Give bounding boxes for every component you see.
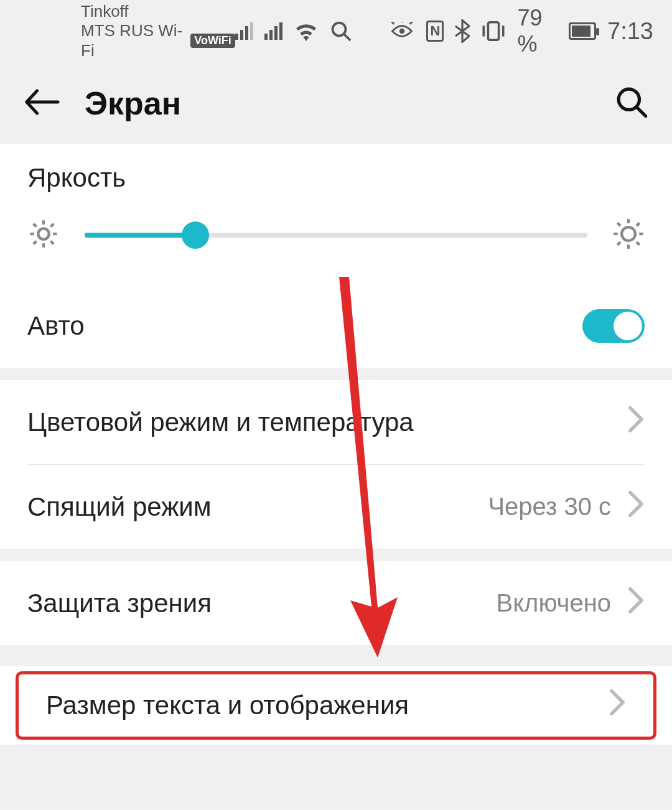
text-size-section: Размер текста и отображения [0,666,672,745]
eye-protection-row[interactable]: Защита зрения Включено [0,561,672,645]
svg-point-11 [38,228,49,239]
brightness-slider-thumb[interactable] [182,221,209,249]
back-arrow-icon [25,88,60,116]
chevron-right-icon [609,689,626,722]
brightness-label: Яркость [27,163,126,192]
battery-icon [569,22,596,40]
color-mode-row[interactable]: Цветовой режим и температура [0,380,672,464]
app-bar: Экран [0,62,672,144]
color-mode-label: Цветовой режим и температура [27,407,414,437]
status-icons: N 79 % 7:13 [235,5,653,57]
brightness-section: Яркость Авто [0,144,672,368]
svg-line-28 [637,223,640,226]
svg-line-25 [617,223,620,226]
svg-line-26 [637,242,640,245]
search-status-icon [330,20,352,42]
svg-line-19 [50,224,54,227]
svg-point-0 [332,23,345,36]
eye-comfort-icon [389,22,415,40]
brightness-slider-row [0,193,672,284]
svg-line-1 [343,34,350,41]
carrier-2-label: MTS RUS Wi-Fi VoWiFi [81,21,235,60]
eye-protection-section: Защита зрения Включено [0,561,672,645]
page-title: Экран [85,85,591,122]
signal-2-icon [264,22,282,40]
svg-line-3 [392,22,394,24]
battery-percent-label: 79 % [517,5,558,57]
sleep-label: Спящий режим [27,492,212,522]
auto-brightness-toggle[interactable] [582,309,645,343]
eye-protection-label: Защита зрения [27,589,212,618]
brightness-high-icon [612,218,645,253]
svg-line-17 [50,241,54,244]
annotation-highlight: Размер текста и отображения [16,671,656,740]
svg-rect-6 [488,22,499,40]
carrier-1-label: Tinkoff [81,2,235,21]
text-size-row[interactable]: Размер текста и отображения [19,674,653,737]
sleep-value: Через 30 с [488,493,611,521]
text-size-label: Размер текста и отображения [46,691,409,720]
svg-line-16 [34,224,37,227]
svg-point-20 [622,227,635,241]
svg-point-2 [399,29,404,34]
chevron-right-icon [627,406,645,439]
signal-1-icon [235,22,253,40]
auto-brightness-row[interactable]: Авто [0,284,672,368]
nfc-icon: N [426,21,444,42]
sleep-row[interactable]: Спящий режим Через 30 с [0,465,672,549]
vowifi-badge: VoWiFi [190,34,235,49]
auto-brightness-label: Авто [27,311,85,341]
chevron-right-icon [627,490,645,524]
brightness-low-icon [27,218,60,253]
vibrate-icon [481,20,506,42]
status-bar: Tinkoff MTS RUS Wi-Fi VoWiFi N 79 % 7:13 [0,0,672,62]
svg-line-5 [410,22,413,24]
bluetooth-icon [455,19,470,43]
svg-line-18 [34,241,37,244]
brightness-slider[interactable] [85,233,587,238]
eye-protection-value: Включено [496,589,611,617]
svg-line-10 [637,107,646,116]
back-button[interactable] [25,88,60,118]
search-button[interactable] [616,86,647,120]
display-section: Цветовой режим и температура Спящий режи… [0,380,672,549]
search-icon [616,86,647,118]
status-carriers: Tinkoff MTS RUS Wi-Fi VoWiFi [19,2,235,60]
chevron-right-icon [627,587,645,620]
time-label: 7:13 [607,18,653,45]
wifi-icon [294,21,319,41]
svg-line-27 [617,242,620,245]
